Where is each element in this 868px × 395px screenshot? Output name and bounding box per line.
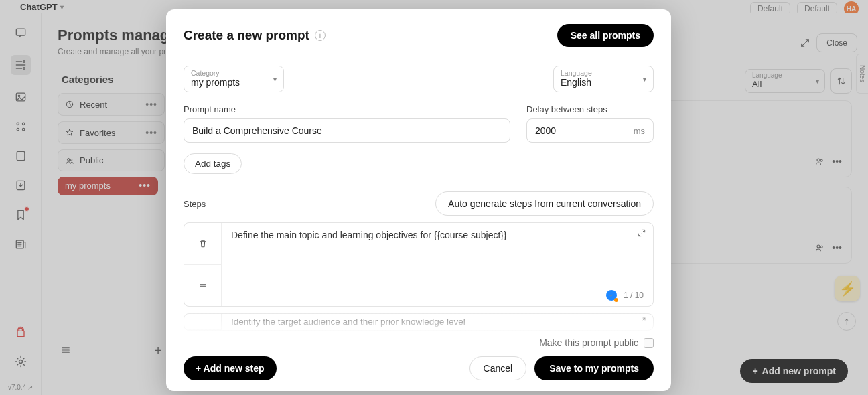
- expand-step-icon[interactable]: [637, 228, 646, 240]
- add-step-button[interactable]: + Add new step: [184, 356, 277, 380]
- fade-gradient: [184, 308, 654, 335]
- info-icon[interactable]: i: [315, 30, 326, 41]
- make-public-label: Make this prompt public: [539, 337, 638, 348]
- cancel-button[interactable]: Cancel: [469, 356, 527, 380]
- make-public-checkbox[interactable]: [644, 338, 654, 348]
- category-select-label: Category: [191, 69, 277, 77]
- delay-field: Delay between steps 2000 ms: [526, 104, 654, 143]
- save-button[interactable]: Save to my prompts: [534, 356, 654, 380]
- step-item: Define the main topic and learning objec…: [184, 222, 654, 307]
- modal-title: Create a new prompt i: [184, 28, 326, 43]
- create-prompt-modal: Create a new prompt i See all prompts Ca…: [166, 9, 671, 391]
- category-select-value: my prompts: [191, 77, 277, 88]
- delay-input[interactable]: 2000 ms: [526, 118, 654, 143]
- chevron-down-icon: ▾: [643, 76, 646, 83]
- delay-value: 2000: [535, 125, 556, 136]
- step-counter: 1 / 10: [606, 290, 644, 301]
- prompt-name-label: Prompt name: [184, 104, 510, 114]
- language-select-value: English: [561, 77, 646, 88]
- make-public-row: Make this prompt public: [184, 337, 654, 348]
- steps-area: Define the main topic and learning objec…: [184, 222, 654, 351]
- category-select[interactable]: Category my prompts ▾: [184, 66, 284, 92]
- prompt-name-field: Prompt name Build a Comprehensive Course: [184, 104, 510, 143]
- see-all-prompts-button[interactable]: See all prompts: [557, 24, 654, 47]
- delay-label: Delay between steps: [526, 104, 654, 114]
- auto-generate-button[interactable]: Auto generate steps from current convers…: [435, 191, 654, 216]
- prompt-name-value: Build a Comprehensive Course: [192, 125, 322, 136]
- delete-step-button[interactable]: [184, 223, 221, 265]
- language-select-label: Language: [561, 69, 646, 77]
- drag-step-handle[interactable]: [184, 265, 221, 307]
- steps-label: Steps: [184, 199, 206, 209]
- chevron-down-icon: ▾: [273, 76, 277, 83]
- prompt-name-input[interactable]: Build a Comprehensive Course: [184, 118, 510, 143]
- language-select[interactable]: Language English ▾: [553, 66, 654, 92]
- grammar-badge-icon[interactable]: [606, 290, 617, 301]
- delay-unit: ms: [634, 126, 645, 136]
- step-text-input[interactable]: Define the main topic and learning objec…: [231, 230, 624, 240]
- add-tags-button[interactable]: Add tags: [184, 153, 242, 174]
